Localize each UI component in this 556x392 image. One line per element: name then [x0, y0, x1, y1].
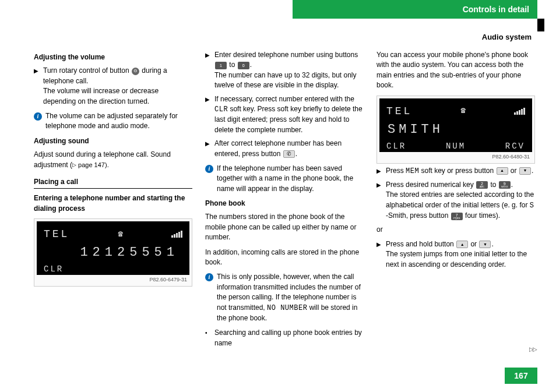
info-volume: i The volume can be adjusted separately …	[34, 111, 192, 132]
key-2-icon: 2ABC	[476, 181, 488, 189]
phonebook-p2: In addition, incoming calls are stored i…	[205, 248, 364, 268]
triangle-bullet-icon: ▶	[34, 66, 40, 107]
column-1: Adjusting the volume ▶ Turn rotary contr…	[34, 50, 192, 352]
lcd-caption-1: P82.60-6479-31	[37, 275, 189, 284]
triangle-bullet-icon: ▶	[205, 94, 211, 136]
column-3: You can access your mobile phone's phone…	[376, 50, 535, 352]
signal-icon	[171, 231, 182, 238]
key-1-icon: 1	[215, 62, 227, 69]
bullet-enter-number: ▶ Enter desired telephone number using b…	[205, 50, 364, 91]
triangle-bullet-icon: ▶	[376, 166, 382, 176]
section-placing-call: Placing a call	[34, 177, 192, 189]
lcd-clr: CLR	[386, 140, 406, 152]
heading-entering-number: Entering a telephone number and starting…	[34, 193, 192, 214]
continue-icon: ▷▷	[529, 346, 536, 352]
triangle-bullet-icon: ▶	[205, 50, 211, 91]
column-2: ▶ Enter desired telephone number using b…	[205, 50, 364, 352]
header-bar: Controls in detail	[293, 0, 537, 19]
bullet-press-numkey: ▶ Press desired numerical key 2ABC to 9W…	[376, 180, 535, 221]
phone-icon: ☎	[118, 228, 122, 240]
dot-bullet-icon: •	[205, 328, 211, 348]
lcd-display-2: TEL ☎ SMITH CLR NUM RCV P82.60-6480-31	[376, 96, 535, 164]
bullet-volume: ▶ Turn rotary control of button ⊖ during…	[34, 66, 192, 107]
info-icon: i	[205, 273, 213, 281]
triangle-bullet-icon: ▶	[376, 180, 382, 221]
rotary-button-icon: ⊖	[132, 68, 139, 75]
bullet-press-mem: ▶ Press MEM soft key or press button ▲ o…	[376, 166, 535, 176]
subheader: Audio system	[482, 33, 532, 41]
phone-icon: ☎	[460, 105, 465, 116]
heading-adjust-sound: Adjusting sound	[34, 136, 192, 146]
key-0-icon: 0	[238, 62, 249, 69]
lcd-screen: TEL ☎ SMITH CLR NUM RCV	[379, 98, 532, 152]
call-key-icon: ✆	[283, 150, 295, 158]
page-ref-icon: ▷	[72, 161, 76, 169]
key-7-icon: 7PQRS	[451, 213, 463, 220]
heading-phone-book: Phone book	[205, 199, 364, 209]
bullet-press-call: ▶ After correct telephone number has bee…	[205, 139, 364, 159]
down-arrow-key-icon: ▼	[519, 167, 531, 175]
up-arrow-key-icon: ▲	[456, 241, 468, 248]
bullet-text: Turn rotary control of button ⊖ during a…	[43, 66, 192, 107]
content-columns: Adjusting the volume ▶ Turn rotary contr…	[34, 50, 535, 352]
lcd-number: 12125551	[44, 243, 182, 260]
info-icon: i	[34, 112, 42, 121]
info-icon: i	[205, 165, 213, 173]
lcd-caption-2: P82.60-6480-31	[379, 152, 532, 161]
info-no-number: i This is only possible, however, when t…	[205, 272, 364, 323]
lcd-tel-label: TEL	[386, 104, 412, 119]
bullet-search-name: • Searching and calling up phone book en…	[205, 328, 364, 348]
lcd-rcv: RCV	[505, 140, 525, 152]
page-edge-tab	[537, 19, 544, 31]
info-text: The volume can be adjusted separately fo…	[45, 111, 192, 132]
lcd-tel-label: TEL	[44, 227, 69, 242]
lcd-screen: TEL ☎ 12125551 CLR	[37, 221, 189, 275]
page-number-badge: 167	[505, 368, 537, 384]
col3-intro: You can access your mobile phone's phone…	[376, 50, 535, 91]
triangle-bullet-icon: ▶	[205, 139, 211, 159]
header-title: Controls in detail	[463, 5, 529, 14]
lcd-name: SMITH	[386, 121, 525, 137]
lcd-clr: CLR	[44, 263, 64, 275]
triangle-bullet-icon: ▶	[376, 239, 382, 270]
up-arrow-key-icon: ▲	[497, 167, 508, 175]
lcd-num: NUM	[446, 140, 466, 152]
phonebook-p1: The numbers stored in the phone book of …	[205, 212, 364, 242]
signal-icon	[514, 108, 525, 115]
sound-paragraph: Adjust sound during a telephone call. So…	[34, 150, 192, 170]
bullet-correct-number: ▶ If necessary, correct number entered w…	[205, 94, 364, 136]
info-saved-name: i If the telephone number has been saved…	[205, 164, 364, 194]
bullet-press-hold: ▶ Press and hold button ▲ or ▼. The syst…	[376, 239, 535, 270]
down-arrow-key-icon: ▼	[479, 241, 491, 248]
lcd-display-1: TEL ☎ 12125551 CLR P82.60-6479-31	[34, 218, 192, 287]
key-9-icon: 9WXYZ	[499, 181, 511, 189]
or-separator: or	[376, 225, 535, 235]
heading-adjust-volume: Adjusting the volume	[34, 52, 192, 62]
